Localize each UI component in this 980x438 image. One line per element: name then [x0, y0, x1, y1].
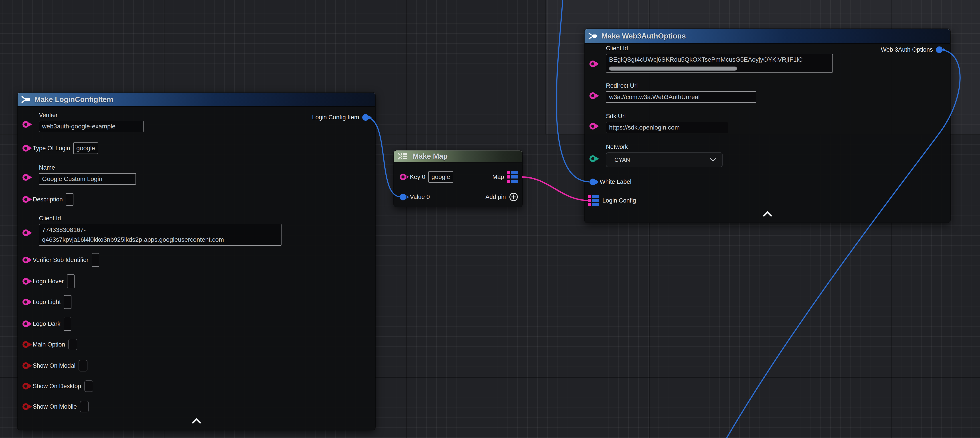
network-label: Network [606, 143, 722, 150]
client-id-field[interactable]: BEglQSgt4cUWcj6SKRdu5QkOXTsePmMcusG5EAoy… [606, 54, 833, 73]
key0-field[interactable]: google [428, 171, 453, 183]
network-dropdown[interactable]: CYAN [606, 153, 722, 167]
logo-dark-label: Logo Dark [33, 320, 60, 327]
blueprint-graph-canvas[interactable]: Make LoginConfigItem Verifier web3auth-g… [0, 0, 980, 438]
client-id-field[interactable]: 774338308167- q463s7kpvja16l4l0kko3nb925… [39, 224, 282, 246]
name-field[interactable]: Google Custom Login [39, 173, 136, 185]
logo-light-row: Logo Light [22, 295, 72, 309]
map-output-row: Map [492, 171, 518, 183]
type-of-login-field[interactable]: google [73, 142, 98, 154]
verifier-sub-identifier-pin[interactable] [22, 256, 30, 263]
login-config-pin[interactable] [588, 195, 599, 206]
login-config-item-label: Login Config Item [312, 114, 359, 121]
add-pin-label: Add pin [485, 194, 506, 201]
node-make-map[interactable]: Make Map Key 0 google Map Value 0 Add pi… [394, 150, 522, 207]
network-pin[interactable] [589, 155, 597, 162]
sdk-url-field[interactable]: https://sdk.openlogin.com [606, 122, 728, 133]
logo-hover-field[interactable] [67, 274, 75, 288]
verifier-field[interactable]: web3auth-google-example [39, 121, 143, 132]
description-field[interactable] [66, 193, 73, 205]
logo-dark-pin[interactable] [22, 320, 30, 327]
value0-pin[interactable] [400, 194, 407, 200]
map-output-pin[interactable] [507, 171, 518, 183]
collapse-node-button[interactable] [763, 211, 772, 218]
redirect-url-label: Redirect Url [606, 82, 756, 89]
show-on-desktop-label: Show On Desktop [33, 383, 81, 390]
logo-dark-field[interactable] [64, 317, 71, 331]
verifier-sub-identifier-label: Verifier Sub Identifier [33, 256, 89, 263]
collapse-node-button[interactable] [192, 418, 201, 425]
client-id-pin[interactable] [22, 229, 30, 236]
logo-hover-label: Logo Hover [33, 278, 64, 285]
login-config-item-output-pin[interactable] [362, 114, 369, 121]
show-on-modal-checkbox[interactable] [78, 360, 88, 371]
show-on-desktop-checkbox[interactable] [84, 381, 93, 392]
type-of-login-row: Type Of Login google [22, 142, 98, 154]
client-id-label: Client Id [39, 215, 282, 222]
show-on-modal-label: Show On Modal [33, 362, 75, 369]
show-on-modal-pin[interactable] [22, 362, 30, 369]
login-config-label: Login Config [602, 197, 636, 204]
white-label-pin[interactable] [589, 178, 597, 185]
type-of-login-pin[interactable] [22, 145, 30, 151]
network-dropdown-value: CYAN [614, 156, 630, 163]
main-option-checkbox[interactable] [68, 339, 77, 350]
main-option-row: Main Option [22, 339, 77, 350]
node-title: Make Web3AuthOptions [601, 32, 686, 40]
wire-map-to-login-config [522, 177, 589, 201]
white-label-label: White Label [600, 178, 632, 185]
node-make-loginconfigitem[interactable]: Make LoginConfigItem Verifier web3auth-g… [18, 92, 375, 430]
output-row-login-config-item: Login Config Item [312, 114, 369, 121]
key0-pin[interactable] [400, 174, 407, 180]
client-id-pin[interactable] [589, 61, 597, 67]
login-config-row: Login Config [588, 195, 636, 206]
show-on-desktop-row: Show On Desktop [22, 381, 93, 392]
node-make-web3authoptions[interactable]: Make Web3AuthOptions Client Id BEglQSgt4… [585, 29, 950, 223]
redirect-url-field[interactable]: w3a://com.w3a.Web3AuthUnreal [606, 91, 756, 103]
sdk-url-label: Sdk Url [606, 113, 728, 120]
verifier-label: Verifier [39, 112, 143, 119]
description-row: Description [22, 193, 73, 205]
name-pin[interactable] [22, 174, 30, 181]
verifier-pin[interactable] [22, 121, 30, 128]
collapse-chevron-icon [763, 211, 772, 217]
web3auth-options-output-pin[interactable] [936, 46, 943, 53]
add-pin-row: Add pin [485, 192, 518, 202]
verifier-sub-identifier-row: Verifier Sub Identifier [22, 253, 99, 267]
show-on-mobile-row: Show On Mobile [22, 401, 89, 413]
client-id-label: Client Id [606, 45, 833, 52]
logo-light-pin[interactable] [22, 299, 30, 305]
logo-light-field[interactable] [64, 295, 72, 309]
verifier-sub-identifier-field[interactable] [92, 253, 99, 267]
node-title: Make Map [412, 152, 448, 161]
client-id-field-scrollbar[interactable] [609, 67, 737, 70]
show-on-mobile-pin[interactable] [22, 403, 30, 410]
node-title: Make LoginConfigItem [35, 95, 113, 104]
node-header-make-map[interactable]: Make Map [394, 150, 522, 162]
description-pin[interactable] [22, 196, 30, 203]
node-header-make-loginconfigitem[interactable]: Make LoginConfigItem [18, 92, 375, 107]
chevron-down-icon [710, 158, 716, 162]
white-label-row: White Label [589, 178, 632, 185]
logo-light-label: Logo Light [33, 299, 61, 306]
redirect-url-pin[interactable] [589, 92, 597, 99]
show-on-modal-row: Show On Modal [22, 360, 88, 371]
map-output-label: Map [492, 174, 504, 180]
name-label: Name [39, 164, 136, 171]
sdk-url-pin[interactable] [589, 123, 597, 129]
add-pin-icon[interactable] [509, 192, 518, 202]
key0-label: Key 0 [410, 174, 425, 180]
show-on-mobile-checkbox[interactable] [80, 401, 89, 413]
show-on-desktop-pin[interactable] [22, 383, 30, 390]
web3auth-options-label: Web 3Auth Options [881, 46, 933, 53]
value0-row: Value 0 [400, 194, 430, 201]
make-map-icon [398, 153, 409, 160]
output-row-web3auth-options: Web 3Auth Options [881, 46, 943, 53]
key0-row: Key 0 google [400, 171, 453, 183]
type-of-login-label: Type Of Login [33, 145, 70, 152]
main-option-pin[interactable] [22, 341, 30, 348]
value0-label: Value 0 [410, 194, 430, 201]
logo-hover-row: Logo Hover [22, 274, 75, 288]
node-header-make-web3authoptions[interactable]: Make Web3AuthOptions [585, 29, 950, 43]
logo-hover-pin[interactable] [22, 278, 30, 285]
